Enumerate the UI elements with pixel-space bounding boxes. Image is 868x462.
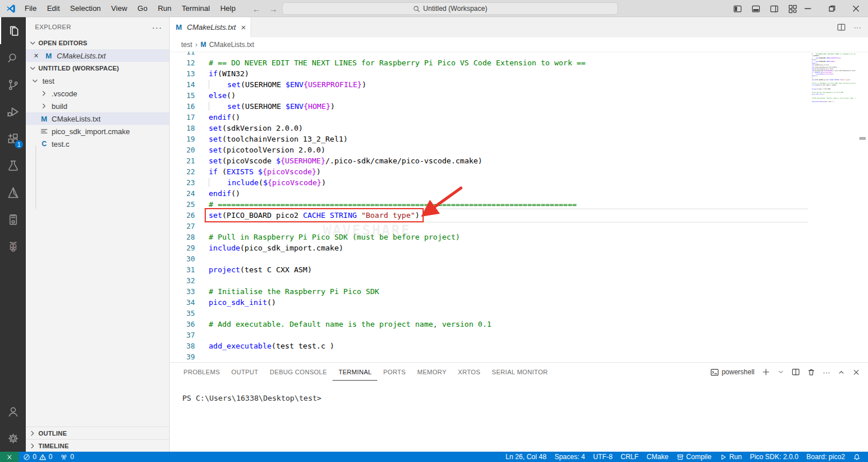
scrollbar-mark[interactable] (859, 137, 866, 140)
outline-header[interactable]: OUTLINE (26, 426, 169, 439)
breadcrumb-folder[interactable]: test (181, 41, 192, 49)
panel-tab-memory[interactable]: MEMORY (412, 363, 452, 381)
panel-tab-problems[interactable]: PROBLEMS (178, 363, 226, 381)
notifications-status[interactable] (849, 452, 865, 462)
nav-back-icon[interactable]: ← (252, 4, 261, 14)
code-line-15[interactable]: 15else() (170, 90, 868, 101)
code-line-21[interactable]: 21set(picoVscode ${USERHOME}/.pico-sdk/c… (170, 155, 868, 166)
menu-run[interactable]: Run (153, 0, 177, 17)
split-terminal-icon[interactable] (792, 368, 800, 376)
code-line-34[interactable]: 34pico_sdk_init() (170, 297, 868, 308)
open-editor-cmakelists-txt[interactable]: ×MCMakeLists.txt (26, 49, 169, 62)
panel-more-actions-icon[interactable]: ··· (823, 368, 830, 377)
breadcrumb[interactable]: test › M CMakeLists.txt (170, 37, 868, 52)
menu-edit[interactable]: Edit (42, 0, 65, 17)
activity-pico-project[interactable] (0, 206, 26, 233)
compile-status[interactable]: Compile (672, 452, 715, 462)
activity-testing[interactable] (0, 152, 26, 179)
code-line-17[interactable]: 17endif() (170, 112, 868, 123)
split-editor-icon[interactable] (837, 23, 846, 32)
tree-item-build[interactable]: build (26, 100, 169, 112)
close-window-button[interactable] (844, 0, 868, 17)
close-editor-icon[interactable]: × (32, 51, 41, 60)
panel-tab-serial-monitor[interactable]: SERIAL MONITOR (486, 363, 554, 381)
code-line-12[interactable]: 12# == DO NEVER EDIT THE NEXT LINES for … (170, 57, 868, 68)
tab-cmakelists[interactable]: M CMakeLists.txt × (170, 17, 251, 37)
code-line-19[interactable]: 19set(toolchainVersion 13_2_Rel1) (170, 134, 868, 144)
terminal-shell[interactable]: powershell (710, 368, 754, 377)
nav-forward-icon[interactable]: → (269, 4, 277, 14)
tab-close-icon[interactable]: × (241, 22, 246, 32)
activity-cmake[interactable] (0, 179, 26, 206)
timeline-header[interactable]: TIMELINE (26, 439, 169, 452)
code-line-20[interactable]: 20set(picotoolVersion 2.0.0) (170, 144, 868, 155)
tree-item-cmakelists-txt[interactable]: MCMakeLists.txt (26, 112, 169, 125)
cursor-position-status[interactable]: Ln 26, Col 48 (502, 452, 550, 462)
breadcrumb-file[interactable]: CMakeLists.txt (209, 41, 255, 49)
activity-run-and-debug[interactable] (0, 98, 26, 125)
minimize-button[interactable] (796, 0, 820, 17)
code-line-23[interactable]: 23 include(${picoVscode}) (170, 177, 868, 188)
code-line-37[interactable]: 37 (170, 330, 868, 340)
language-mode-status[interactable]: CMake (643, 452, 672, 462)
toggle-panel-icon[interactable] (752, 5, 760, 13)
activity-manage[interactable] (0, 425, 26, 452)
activity-extensions[interactable]: 1 (0, 125, 26, 152)
panel-tab-terminal[interactable]: TERMINAL (333, 363, 377, 381)
code-line-32[interactable]: 32 (170, 275, 868, 286)
problems-status[interactable]: 0 0 (19, 452, 56, 462)
menu-view[interactable]: View (106, 0, 132, 17)
menu-terminal[interactable]: Terminal (177, 0, 215, 17)
indentation-status[interactable]: Spaces: 4 (550, 452, 589, 462)
menu-go[interactable]: Go (132, 0, 153, 17)
code-line-38[interactable]: 38add_executable(test test.c ) (170, 340, 868, 351)
editor-more-actions-icon[interactable]: ··· (854, 23, 861, 32)
code-line-31[interactable]: 31project(test C CXX ASM) (170, 264, 868, 275)
menu-selection[interactable]: Selection (65, 0, 105, 17)
menu-file[interactable]: File (19, 0, 42, 17)
pico-sdk-status[interactable]: Pico SDK: 2.0.0 (746, 452, 803, 462)
toggle-sidebar-right-icon[interactable] (770, 5, 779, 13)
new-terminal-icon[interactable] (762, 368, 770, 376)
code-line-29[interactable]: 29include(pico_sdk_import.cmake) (170, 242, 868, 253)
code-line-18[interactable]: 18set(sdkVersion 2.0.0) (170, 123, 868, 134)
close-panel-icon[interactable] (853, 369, 860, 376)
code-line-14[interactable]: 14 set(USERHOME $ENV{USERPROFILE}) (170, 79, 868, 90)
terminal-dropdown-icon[interactable] (777, 369, 784, 375)
panel-tab-ports[interactable]: PORTS (377, 363, 411, 381)
code-editor[interactable]: WAVESHARE 1112# == DO NEVER EDIT THE NEX… (170, 52, 868, 362)
activity-explorer[interactable] (0, 17, 26, 44)
code-line-33[interactable]: 33# Initialise the Raspberry Pi Pico SDK (170, 286, 868, 297)
minimap[interactable]: 1112# == DO NEVER EDIT THE NEXT LINES fo… (812, 52, 855, 362)
toggle-sidebar-left-icon[interactable] (733, 5, 742, 13)
code-line-24[interactable]: 24endif() (170, 188, 868, 199)
board-status[interactable]: Board: pico2 (803, 452, 849, 462)
code-line-25[interactable]: 25# ====================================… (170, 199, 868, 210)
panel-tab-debug-console[interactable]: DEBUG CONSOLE (264, 363, 333, 381)
code-line-11[interactable]: 11 (170, 52, 868, 57)
eol-status[interactable]: CRLF (617, 452, 643, 462)
maximize-panel-icon[interactable] (838, 369, 845, 376)
forwarded-ports-status[interactable]: 0 (56, 452, 78, 462)
activity-raspberry-pi-pico[interactable] (0, 233, 26, 260)
code-line-35[interactable]: 35 (170, 308, 868, 319)
code-line-39[interactable]: 39 (170, 351, 868, 362)
restore-button[interactable] (820, 0, 844, 17)
kill-terminal-icon[interactable] (807, 368, 815, 376)
encoding-status[interactable]: UTF-8 (589, 452, 617, 462)
explorer-more-actions-icon[interactable]: ··· (152, 22, 162, 32)
code-line-30[interactable]: 30 (170, 253, 868, 264)
code-line-16[interactable]: 16 set(USERHOME $ENV{HOME}) (170, 101, 868, 112)
terminal-content[interactable]: PS C:\Users\16338\Desktop\test> (170, 381, 868, 402)
tree-item-vscode[interactable]: .vscode (26, 87, 169, 100)
code-line-26[interactable]: 26set(PICO_BOARD pico2 CACHE STRING "Boa… (170, 210, 868, 221)
code-line-28[interactable]: 28# Pull in Raspberry Pi Pico SDK (must … (170, 232, 868, 242)
run-status[interactable]: Run (715, 452, 746, 462)
panel-tab-output[interactable]: OUTPUT (226, 363, 264, 381)
panel-tab-xrtos[interactable]: XRTOS (452, 363, 486, 381)
code-line-22[interactable]: 22if (EXISTS ${picoVscode}) (170, 166, 868, 177)
tree-item-test-c[interactable]: Ctest.c (26, 138, 169, 150)
code-line-27[interactable]: 27 (170, 221, 868, 232)
remote-indicator[interactable] (0, 452, 19, 462)
activity-accounts[interactable] (0, 398, 26, 425)
